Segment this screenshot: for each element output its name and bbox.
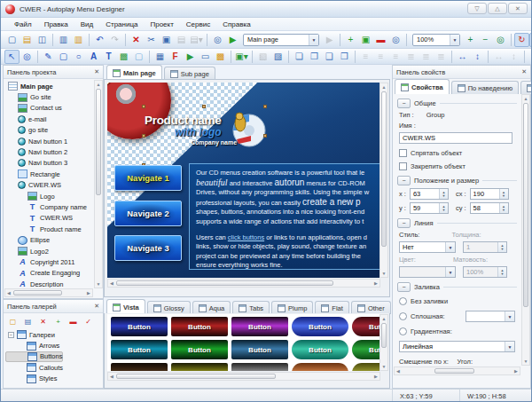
selection-handle[interactable] [263, 134, 267, 138]
page-combo-dropdown-icon[interactable]: ▼ [309, 35, 318, 45]
spinner-icon[interactable]: ▲▼ [439, 189, 448, 199]
click-buttons-link[interactable]: click buttons [228, 233, 264, 241]
copy-icon[interactable]: ▣ [159, 33, 174, 47]
gallery-button-swatch[interactable]: Button [111, 340, 168, 359]
dropdown-icon[interactable]: ▼ [505, 342, 514, 351]
collapse-icon[interactable]: − [8, 332, 14, 338]
selection-handle[interactable] [202, 105, 206, 108]
properties-tab-по-щелчку[interactable]: По щелчку [520, 81, 532, 94]
gallery-tab-aqua[interactable]: Aqua [192, 301, 231, 314]
duplicate-page-icon[interactable]: ▣ [358, 33, 373, 47]
property-input[interactable]: Линейная▼ [399, 341, 515, 352]
gallery-tab-flat[interactable]: Flat [315, 301, 349, 314]
name-input[interactable]: CWER.WS [399, 132, 512, 144]
flash-object-icon[interactable]: F [168, 50, 183, 64]
canvas-hscrollbar[interactable]: ◀▶ [107, 279, 380, 288]
navigate-button-2[interactable]: Navigate 2 [114, 201, 182, 226]
project-tree-item[interactable]: ACopyright 2011 [5, 256, 93, 267]
image-tool-icon[interactable]: ▩ [116, 50, 131, 64]
project-tree-item[interactable]: Contact us [5, 103, 93, 114]
dialog-object-icon[interactable]: ▭ [198, 50, 213, 64]
same-height-icon[interactable]: ↕ [470, 50, 485, 64]
project-tree-item[interactable]: Rectangle [5, 169, 93, 179]
send-backward-icon[interactable]: ❒ [337, 50, 352, 64]
ungroup-icon[interactable]: ▨ [270, 50, 286, 64]
slideshow-object-icon[interactable]: ▩ [213, 50, 228, 64]
selection-handle[interactable] [142, 134, 145, 138]
gallery-tree-item[interactable]: Callouts [5, 362, 63, 373]
gallery-tab-vista[interactable]: Vista [106, 299, 145, 314]
roundrect-tool-icon[interactable]: ▢ [131, 50, 146, 64]
project-tree-item[interactable]: Logo2 [5, 246, 93, 256]
gallery-button-swatch[interactable]: Button [231, 340, 288, 359]
verify-icon[interactable]: ✓ [81, 315, 96, 329]
page-combo[interactable]: Main page▼ [243, 34, 319, 46]
collapse-section-button[interactable]: − [397, 99, 411, 108]
gallery-insert-icon[interactable]: ▣▾ [234, 50, 249, 64]
gallery-button-swatch[interactable]: Button [292, 317, 348, 336]
properties-panel-close-icon[interactable]: ✕ [521, 68, 527, 75]
dropdown-icon[interactable]: ▼ [445, 242, 455, 252]
web-object-icon[interactable]: ▦ [153, 50, 168, 64]
minimize-button[interactable]: ▽ [467, 3, 487, 14]
property-input[interactable]: 59▲▼ [410, 202, 449, 214]
gallery-tab-tabs[interactable]: Tabs [232, 301, 270, 314]
maximize-button[interactable]: △ [488, 3, 507, 14]
zoom-tool-icon[interactable]: ◎ [20, 50, 35, 64]
project-tree-item[interactable]: Navi button 3 [5, 158, 93, 169]
preview-page-icon[interactable]: ◎ [388, 33, 403, 47]
property-input[interactable]: 63▲▼ [410, 188, 449, 200]
collapse-section-button[interactable]: − [397, 282, 411, 292]
ellipse-tool-icon[interactable]: ○ [71, 50, 86, 64]
same-width-icon[interactable]: ↔ [455, 50, 470, 64]
properties-hscrollbar[interactable]: ◀▶ [394, 367, 520, 375]
open-project-icon[interactable]: ▤ [20, 33, 35, 47]
menu-item-Файл[interactable]: Файл [8, 20, 38, 28]
gallery-tab-glossy[interactable]: Glossy [147, 301, 191, 314]
gallery-button-swatch[interactable]: Button [292, 363, 348, 371]
refresh-icon[interactable]: ↻ [514, 33, 529, 47]
collapse-section-button[interactable]: − [397, 176, 411, 185]
add-page-icon[interactable]: + [343, 33, 358, 47]
zoom-combo[interactable]: 100%▼ [412, 34, 460, 46]
fill-radio[interactable] [399, 327, 407, 335]
project-tree-item[interactable]: e-mail [5, 114, 93, 124]
gallery-button-swatch[interactable]: Button [171, 363, 228, 371]
tab-sub-page[interactable]: Sub page [164, 67, 215, 80]
property-input[interactable]: 58▲▼ [470, 202, 509, 214]
checkbox[interactable] [399, 162, 407, 170]
delete-gallery-icon[interactable]: ✕ [35, 315, 51, 329]
gallery-button-swatch[interactable]: Button [352, 317, 380, 336]
project-tree-item[interactable]: ACreate Engaging [5, 268, 93, 279]
rename-gallery-icon[interactable]: ▤ [20, 315, 35, 329]
project-tree-item[interactable]: TCWER.WS [5, 213, 93, 224]
gallery-vscrollbar[interactable]: ▲▼ [379, 314, 388, 371]
new-project-icon[interactable]: ▢ [4, 33, 20, 47]
find-icon[interactable]: ◎ [210, 33, 225, 47]
delete-icon[interactable]: ✕ [129, 33, 144, 47]
project-tree-item[interactable]: TProduct name [5, 224, 93, 234]
gallery-button-swatch[interactable]: Button [171, 317, 228, 336]
project-panel-close-icon[interactable]: ✕ [94, 68, 99, 75]
navigate-button-3[interactable]: Navigate 3 [114, 235, 182, 261]
menu-item-Страница[interactable]: Страница [99, 20, 144, 28]
rectangle-tool-icon[interactable]: ▢ [56, 50, 71, 64]
dropdown-icon[interactable]: ▼ [505, 311, 514, 321]
gallery-button-swatch[interactable]: Button [231, 317, 288, 336]
menu-item-Вид[interactable]: Вид [74, 20, 99, 28]
cut-icon[interactable]: ✂ [144, 33, 159, 47]
selection-handle[interactable] [263, 105, 267, 108]
project-tree-item[interactable]: Main page [5, 81, 93, 91]
gallery-hscrollbar[interactable]: ◀▶ [107, 372, 380, 381]
fill-radio[interactable] [399, 297, 407, 305]
menu-item-Сервис[interactable]: Сервис [180, 20, 216, 28]
gallery-tree-item[interactable]: Buttons [5, 351, 63, 362]
solid-color-picker[interactable]: ▼ [466, 311, 515, 322]
with-logo-text[interactable]: with logo [175, 126, 222, 138]
spinner-icon[interactable]: ▲▼ [499, 189, 508, 199]
save-project-icon[interactable]: ◫ [35, 33, 50, 47]
project-tree-item[interactable]: Navi button 1 [5, 136, 93, 146]
spinner-icon[interactable]: ▲▼ [439, 203, 448, 213]
gallery-tab-plump[interactable]: Plump [271, 301, 313, 314]
project-tree-item[interactable]: Ellipse [5, 234, 93, 245]
